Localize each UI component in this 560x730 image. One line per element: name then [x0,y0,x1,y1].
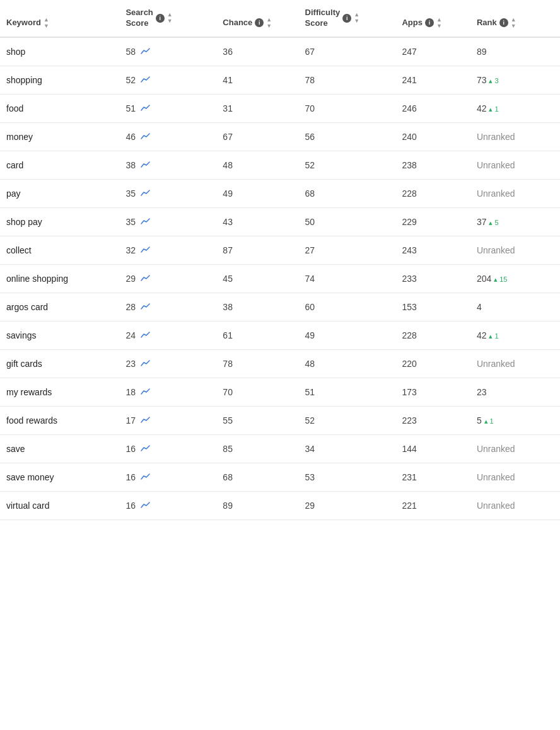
table-row: gift cards23 7848220Unranked [0,349,560,378]
difficulty-score-cell: 49 [299,321,396,349]
apps-cell: 220 [395,349,470,378]
search-score-cell: 29 [119,264,216,293]
difficulty-score-cell: 52 [299,406,396,434]
keyword-cell: shopping [0,66,119,94]
info-apps[interactable]: i [425,18,434,27]
apps-cell: 173 [395,378,470,406]
trend-icon[interactable] [141,303,151,310]
search-score-cell: 52 [119,66,216,94]
sort-search-score[interactable]: ▲ ▼ [167,12,173,24]
search-score-cell: 16 [119,434,216,463]
chance-cell: 85 [216,434,298,463]
table-row: food51 317024642 ▴ 1 [0,94,560,122]
difficulty-score-cell: 52 [299,151,396,179]
info-chance[interactable]: i [255,18,264,27]
rank-cell: Unranked [470,434,560,463]
col-header-difficulty-score[interactable]: DifficultyScore i ▲ ▼ [299,0,396,37]
trend-icon[interactable] [141,388,151,395]
apps-cell: 240 [395,122,470,151]
difficulty-score-cell: 51 [299,378,396,406]
trend-icon[interactable] [141,274,151,282]
table-row: shop58 366724789 [0,37,560,66]
trend-icon[interactable] [141,331,151,339]
difficulty-score-cell: 50 [299,207,396,236]
table-row: money46 6756240Unranked [0,122,560,151]
apps-cell: 246 [395,94,470,122]
search-score-cell: 35 [119,179,216,207]
keyword-cell: virtual card [0,491,119,519]
table-row: save16 8534144Unranked [0,434,560,463]
trend-icon[interactable] [141,359,151,367]
col-header-search-score[interactable]: SearchScore i ▲ ▼ [119,0,216,37]
trend-icon[interactable] [141,501,151,509]
rank-cell: 42 ▴ 1 [470,94,560,122]
table-row: savings24 614922842 ▴ 1 [0,321,560,349]
apps-cell: 241 [395,66,470,94]
table-row: shopping52 417824173 ▴ 3 [0,66,560,94]
trend-icon[interactable] [141,444,151,452]
sort-rank[interactable]: ▲ ▼ [511,17,516,29]
chance-cell: 49 [216,179,298,207]
difficulty-score-cell: 48 [299,349,396,378]
trend-icon[interactable] [141,161,151,168]
info-search-score[interactable]: i [156,14,165,23]
trend-icon[interactable] [141,104,151,112]
sort-keyword[interactable]: ▲ ▼ [44,17,49,29]
trend-icon[interactable] [141,189,151,197]
rank-cell: 204 ▴ 15 [470,264,560,293]
sort-difficulty-score[interactable]: ▲ ▼ [354,12,359,24]
trend-icon[interactable] [141,416,151,424]
info-rank[interactable]: i [499,18,508,27]
chance-cell: 36 [216,37,298,66]
keyword-cell: pay [0,179,119,207]
keyword-cell: shop [0,37,119,66]
table-row: argos card28 38601534 [0,293,560,321]
rank-cell: 5 ▴ 1 [470,406,560,434]
table-row: card38 4852238Unranked [0,151,560,179]
info-difficulty-score[interactable]: i [342,14,351,23]
chance-cell: 55 [216,406,298,434]
search-score-cell: 46 [119,122,216,151]
difficulty-score-cell: 53 [299,463,396,491]
difficulty-score-cell: 70 [299,94,396,122]
chance-cell: 87 [216,236,298,264]
keyword-cell: money [0,122,119,151]
trend-icon[interactable] [141,217,151,225]
chance-cell: 67 [216,122,298,151]
col-header-chance[interactable]: Chance i ▲ ▼ [216,0,298,37]
col-header-apps[interactable]: Apps i ▲ ▼ [395,0,470,37]
keyword-cell: collect [0,236,119,264]
trend-icon[interactable] [141,76,151,83]
difficulty-score-cell: 60 [299,293,396,321]
search-score-cell: 18 [119,378,216,406]
col-header-rank[interactable]: Rank i ▲ ▼ [470,0,560,37]
trend-icon[interactable] [141,473,151,480]
difficulty-score-cell: 56 [299,122,396,151]
trend-icon[interactable] [141,132,151,140]
keyword-cell: my rewards [0,378,119,406]
table-row: shop pay35 435022937 ▴ 5 [0,207,560,236]
keywords-table: Keyword ▲ ▼ SearchScore i ▲ ▼ [0,0,560,520]
col-header-keyword[interactable]: Keyword ▲ ▼ [0,0,119,37]
chance-cell: 38 [216,293,298,321]
rank-cell: Unranked [470,122,560,151]
sort-apps[interactable]: ▲ ▼ [436,17,442,29]
rank-change: ▴ 3 [489,77,498,84]
keyword-cell: shop pay [0,207,119,236]
search-score-cell: 38 [119,151,216,179]
rank-cell: 89 [470,37,560,66]
trend-icon[interactable] [141,47,151,55]
apps-cell: 229 [395,207,470,236]
rank-cell: Unranked [470,349,560,378]
rank-change: ▴ 1 [489,332,498,340]
rank-cell: Unranked [470,236,560,264]
keyword-cell: card [0,151,119,179]
apps-cell: 238 [395,151,470,179]
search-score-cell: 16 [119,463,216,491]
table-row: my rewards18 705117323 [0,378,560,406]
chance-cell: 61 [216,321,298,349]
trend-icon[interactable] [141,246,151,253]
sort-chance[interactable]: ▲ ▼ [266,17,272,29]
rank-cell: Unranked [470,491,560,519]
table-body: shop58 366724789shopping52 417824173 ▴ 3… [0,37,560,520]
